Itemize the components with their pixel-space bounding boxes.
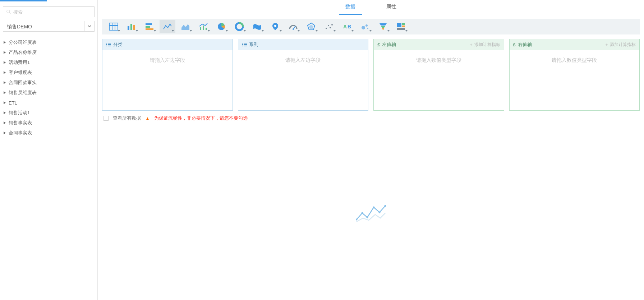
search-box[interactable] [3,6,95,17]
svg-point-19 [293,28,294,30]
datasource-tree: 分公司维度表产品名称维度活动费用1客户维度表合同回款事实销售员维度表ETL销售活… [0,35,97,140]
chevron-down-icon [244,30,246,32]
tree-item-label: 产品名称维度 [9,49,37,56]
column-chart-icon[interactable] [124,20,139,33]
svg-rect-49 [244,46,247,46]
svg-marker-32 [381,26,385,28]
svg-point-29 [365,24,368,27]
sidebar-top [0,0,97,3]
svg-rect-44 [242,43,243,43]
search-input[interactable] [13,9,91,15]
svg-text:B: B [348,24,351,29]
text-icon[interactable]: AB [339,20,355,33]
table-icon[interactable] [106,20,121,33]
chevron-down-icon [334,30,336,32]
caret-right-icon [3,111,6,115]
tree-item[interactable]: 分公司维度表 [0,37,97,47]
svg-marker-33 [382,28,384,30]
bubble-icon[interactable] [357,20,373,33]
tree-item-label: 销售员维度表 [9,89,37,96]
dropzone-category[interactable]: 分类 请拖入左边字段 [102,39,233,111]
add-calc-metric-right[interactable]: ＋ 添加计算指标 [604,42,636,48]
svg-point-52 [367,217,368,218]
combo-chart-icon[interactable] [196,20,211,33]
tree-item-label: 合同事实表 [9,130,32,136]
svg-line-1 [9,13,11,14]
tree-item-label: 销售活动1 [9,110,30,116]
dropzone-left-axis[interactable]: £ 左值轴 ＋ 添加计算指标 请拖入数值类型字段 [373,39,504,111]
chevron-down-icon [387,30,390,32]
svg-point-17 [274,25,276,27]
radar-icon[interactable] [303,20,319,33]
map-icon[interactable] [249,20,265,33]
tree-item-label: 客户维度表 [9,69,32,76]
chevron-down-icon [84,21,94,31]
add-calc-metric-left-label: 添加计算指标 [474,42,500,48]
chevron-down-icon [208,30,210,32]
tab-data[interactable]: 数据 [339,0,362,15]
tree-item[interactable]: ETL [0,98,97,108]
tree-item-label: 销售事实表 [9,120,32,126]
tree-item[interactable]: 合同事实表 [0,128,97,138]
view-all-warning: 为保证流畅性，非必要情况下，请您不要勾选 [154,115,248,121]
svg-rect-9 [146,23,152,25]
svg-point-54 [379,212,381,213]
svg-rect-41 [108,44,111,45]
svg-point-28 [362,26,365,29]
svg-rect-47 [244,44,247,45]
pie-chart-icon[interactable] [213,20,229,33]
tree-item[interactable]: 销售活动1 [0,108,97,118]
datasource-select[interactable]: 销售DEMO [3,21,95,32]
tree-item-label: 合同回款事实 [9,79,37,86]
donut-chart-icon[interactable] [231,20,247,33]
chevron-down-icon [262,30,264,32]
svg-point-25 [331,24,333,26]
chevron-down-icon [369,30,372,32]
svg-rect-2 [109,23,118,30]
warning-icon: ▲ [145,116,150,121]
svg-rect-10 [146,26,150,28]
caret-right-icon [3,71,6,74]
dropzone-left-title: 左值轴 [382,41,396,48]
chevron-down-icon [280,30,282,32]
tree-item[interactable]: 产品名称维度 [0,47,97,57]
chevron-down-icon [298,30,300,32]
svg-rect-7 [130,24,132,30]
tab-attributes[interactable]: 属性 [380,0,403,15]
gauge-icon[interactable] [285,20,301,33]
tree-item[interactable]: 销售事实表 [0,118,97,128]
main-panel: 数据 属性 AB 分类 请拖入左边字段 [98,0,644,300]
geo-pin-icon[interactable] [267,20,283,33]
chevron-down-icon [351,30,354,32]
dropzone-series-hint: 请拖入左边字段 [238,50,368,110]
bar-chart-icon[interactable] [142,20,157,33]
tree-item-label: 活动费用1 [9,59,30,66]
svg-point-51 [362,212,363,214]
svg-rect-14 [206,28,207,30]
svg-rect-39 [108,43,111,43]
funnel-icon[interactable] [375,20,391,33]
sidebar: 销售DEMO 分公司维度表产品名称维度活动费用1客户维度表合同回款事实销售员维度… [0,0,98,300]
svg-point-24 [330,27,331,28]
tree-item[interactable]: 合同回款事实 [0,78,97,88]
svg-point-53 [373,207,375,208]
dropzone-right-axis[interactable]: £ 右值轴 ＋ 添加计算指标 请拖入数值类型字段 [509,39,640,111]
treemap-icon[interactable] [393,20,409,33]
dropzone-series[interactable]: 系列 请拖入左边字段 [238,39,369,111]
chevron-down-icon [226,30,228,32]
tree-item[interactable]: 活动费用1 [0,57,97,68]
svg-rect-11 [146,28,153,30]
caret-right-icon [3,41,6,44]
tree-item[interactable]: 销售员维度表 [0,88,97,98]
scatter-icon[interactable] [321,20,337,33]
view-all-checkbox[interactable] [104,116,109,121]
svg-rect-38 [106,43,107,43]
dropzone-right-title: 右值轴 [518,41,532,48]
line-chart-icon[interactable] [160,20,175,33]
area-chart-icon[interactable] [178,20,193,33]
svg-rect-34 [397,23,401,27]
search-icon [6,9,11,14]
tree-item[interactable]: 客户维度表 [0,68,97,78]
add-calc-metric-left[interactable]: ＋ 添加计算指标 [469,42,500,48]
chart-preview [98,126,644,300]
